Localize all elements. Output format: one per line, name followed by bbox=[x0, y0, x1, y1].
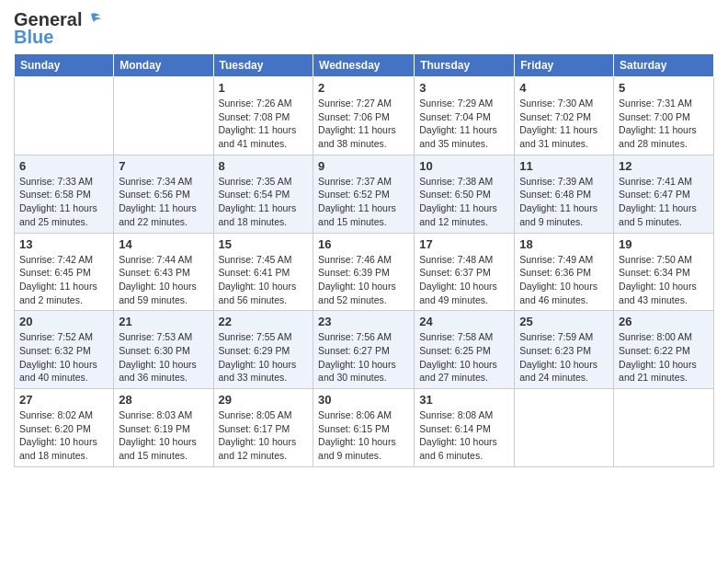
day-info: Sunrise: 7:34 AMSunset: 6:56 PMDaylight:… bbox=[119, 175, 208, 229]
calendar-cell: 3Sunrise: 7:29 AMSunset: 7:04 PMDaylight… bbox=[415, 77, 515, 155]
calendar-cell: 17Sunrise: 7:48 AMSunset: 6:37 PMDayligh… bbox=[415, 233, 515, 311]
day-number: 8 bbox=[219, 159, 309, 173]
calendar-week-row: 6Sunrise: 7:33 AMSunset: 6:58 PMDaylight… bbox=[15, 155, 714, 233]
day-info: Sunrise: 7:45 AMSunset: 6:41 PMDaylight:… bbox=[219, 253, 309, 307]
day-info: Sunrise: 7:30 AMSunset: 7:02 PMDaylight:… bbox=[519, 97, 609, 151]
calendar-cell: 28Sunrise: 8:03 AMSunset: 6:19 PMDayligh… bbox=[114, 389, 213, 467]
day-number: 17 bbox=[419, 237, 509, 251]
day-number: 13 bbox=[19, 237, 108, 251]
calendar-cell: 4Sunrise: 7:30 AMSunset: 7:02 PMDaylight… bbox=[515, 77, 614, 155]
calendar-cell: 8Sunrise: 7:35 AMSunset: 6:54 PMDaylight… bbox=[213, 155, 313, 233]
day-info: Sunrise: 8:05 AMSunset: 6:17 PMDaylight:… bbox=[219, 408, 309, 463]
calendar-table: SundayMondayTuesdayWednesdayThursdayFrid… bbox=[14, 53, 714, 467]
calendar-cell: 6Sunrise: 7:33 AMSunset: 6:58 PMDaylight… bbox=[15, 155, 114, 233]
logo-bird-icon bbox=[84, 10, 104, 30]
calendar-cell: 26Sunrise: 8:00 AMSunset: 6:22 PMDayligh… bbox=[614, 311, 714, 389]
day-number: 24 bbox=[419, 315, 509, 328]
calendar-cell: 2Sunrise: 7:27 AMSunset: 7:06 PMDaylight… bbox=[313, 77, 415, 155]
weekday-header-saturday: Saturday bbox=[614, 54, 714, 77]
calendar-cell: 22Sunrise: 7:55 AMSunset: 6:29 PMDayligh… bbox=[213, 311, 313, 389]
day-number: 28 bbox=[119, 393, 208, 407]
day-info: Sunrise: 7:59 AMSunset: 6:23 PMDaylight:… bbox=[519, 330, 609, 385]
calendar-cell: 5Sunrise: 7:31 AMSunset: 7:00 PMDaylight… bbox=[614, 77, 714, 155]
header: General Blue bbox=[14, 9, 714, 48]
day-number: 26 bbox=[619, 315, 709, 328]
day-info: Sunrise: 7:35 AMSunset: 6:54 PMDaylight:… bbox=[219, 175, 309, 229]
calendar-cell: 29Sunrise: 8:05 AMSunset: 6:17 PMDayligh… bbox=[213, 389, 313, 467]
day-number: 3 bbox=[419, 81, 509, 95]
calendar-cell: 30Sunrise: 8:06 AMSunset: 6:15 PMDayligh… bbox=[313, 389, 415, 467]
calendar-cell: 15Sunrise: 7:45 AMSunset: 6:41 PMDayligh… bbox=[213, 233, 313, 311]
calendar-cell: 31Sunrise: 8:08 AMSunset: 6:14 PMDayligh… bbox=[415, 389, 515, 467]
calendar-cell: 18Sunrise: 7:49 AMSunset: 6:36 PMDayligh… bbox=[515, 233, 614, 311]
day-number: 1 bbox=[219, 81, 309, 95]
day-info: Sunrise: 7:29 AMSunset: 7:04 PMDaylight:… bbox=[419, 97, 509, 151]
calendar-week-row: 13Sunrise: 7:42 AMSunset: 6:45 PMDayligh… bbox=[15, 233, 714, 311]
day-info: Sunrise: 7:27 AMSunset: 7:06 PMDaylight:… bbox=[318, 97, 409, 151]
logo: General Blue bbox=[14, 9, 104, 48]
day-number: 5 bbox=[619, 81, 709, 95]
day-info: Sunrise: 7:50 AMSunset: 6:34 PMDaylight:… bbox=[619, 253, 709, 307]
calendar-cell: 20Sunrise: 7:52 AMSunset: 6:32 PMDayligh… bbox=[15, 311, 114, 389]
calendar-cell: 1Sunrise: 7:26 AMSunset: 7:08 PMDaylight… bbox=[213, 77, 313, 155]
calendar-cell: 19Sunrise: 7:50 AMSunset: 6:34 PMDayligh… bbox=[614, 233, 714, 311]
day-info: Sunrise: 7:56 AMSunset: 6:27 PMDaylight:… bbox=[318, 330, 409, 385]
calendar-cell bbox=[15, 77, 114, 155]
weekday-header-friday: Friday bbox=[515, 54, 614, 77]
calendar-cell: 9Sunrise: 7:37 AMSunset: 6:52 PMDaylight… bbox=[313, 155, 415, 233]
day-number: 23 bbox=[318, 315, 409, 328]
day-number: 22 bbox=[219, 315, 309, 328]
logo-blue: Blue bbox=[14, 27, 53, 48]
calendar-cell: 16Sunrise: 7:46 AMSunset: 6:39 PMDayligh… bbox=[313, 233, 415, 311]
day-number: 21 bbox=[119, 315, 208, 328]
calendar-week-row: 20Sunrise: 7:52 AMSunset: 6:32 PMDayligh… bbox=[15, 311, 714, 389]
weekday-header-thursday: Thursday bbox=[415, 54, 515, 77]
calendar-cell: 25Sunrise: 7:59 AMSunset: 6:23 PMDayligh… bbox=[515, 311, 614, 389]
weekday-header-tuesday: Tuesday bbox=[213, 54, 313, 77]
day-info: Sunrise: 7:31 AMSunset: 7:00 PMDaylight:… bbox=[619, 97, 709, 151]
day-info: Sunrise: 7:46 AMSunset: 6:39 PMDaylight:… bbox=[318, 253, 409, 307]
day-number: 27 bbox=[19, 393, 108, 407]
day-info: Sunrise: 7:58 AMSunset: 6:25 PMDaylight:… bbox=[419, 330, 509, 385]
day-number: 7 bbox=[119, 159, 208, 173]
day-number: 18 bbox=[519, 237, 609, 251]
weekday-header-row: SundayMondayTuesdayWednesdayThursdayFrid… bbox=[15, 54, 714, 77]
calendar-cell bbox=[515, 389, 614, 467]
day-info: Sunrise: 7:52 AMSunset: 6:32 PMDaylight:… bbox=[19, 330, 108, 385]
calendar-cell: 21Sunrise: 7:53 AMSunset: 6:30 PMDayligh… bbox=[114, 311, 213, 389]
day-number: 4 bbox=[519, 81, 609, 95]
calendar-cell: 27Sunrise: 8:02 AMSunset: 6:20 PMDayligh… bbox=[15, 389, 114, 467]
day-number: 19 bbox=[619, 237, 709, 251]
calendar-week-row: 27Sunrise: 8:02 AMSunset: 6:20 PMDayligh… bbox=[15, 389, 714, 467]
calendar-cell: 23Sunrise: 7:56 AMSunset: 6:27 PMDayligh… bbox=[313, 311, 415, 389]
calendar-cell: 10Sunrise: 7:38 AMSunset: 6:50 PMDayligh… bbox=[415, 155, 515, 233]
day-info: Sunrise: 7:26 AMSunset: 7:08 PMDaylight:… bbox=[219, 97, 309, 151]
day-number: 29 bbox=[219, 393, 309, 407]
weekday-header-monday: Monday bbox=[114, 54, 213, 77]
calendar-cell bbox=[114, 77, 213, 155]
day-info: Sunrise: 8:00 AMSunset: 6:22 PMDaylight:… bbox=[619, 330, 709, 385]
calendar-cell: 24Sunrise: 7:58 AMSunset: 6:25 PMDayligh… bbox=[415, 311, 515, 389]
day-info: Sunrise: 7:37 AMSunset: 6:52 PMDaylight:… bbox=[318, 175, 409, 229]
day-info: Sunrise: 7:41 AMSunset: 6:47 PMDaylight:… bbox=[619, 175, 709, 229]
day-info: Sunrise: 7:48 AMSunset: 6:37 PMDaylight:… bbox=[419, 253, 509, 307]
day-info: Sunrise: 8:08 AMSunset: 6:14 PMDaylight:… bbox=[419, 408, 509, 463]
day-info: Sunrise: 7:55 AMSunset: 6:29 PMDaylight:… bbox=[219, 330, 309, 385]
day-number: 30 bbox=[318, 393, 409, 407]
calendar-cell bbox=[614, 389, 714, 467]
weekday-header-wednesday: Wednesday bbox=[313, 54, 415, 77]
day-info: Sunrise: 7:39 AMSunset: 6:48 PMDaylight:… bbox=[519, 175, 609, 229]
day-info: Sunrise: 7:49 AMSunset: 6:36 PMDaylight:… bbox=[519, 253, 609, 307]
day-info: Sunrise: 8:02 AMSunset: 6:20 PMDaylight:… bbox=[19, 408, 108, 463]
day-number: 15 bbox=[219, 237, 309, 251]
day-number: 6 bbox=[19, 159, 108, 173]
day-info: Sunrise: 7:33 AMSunset: 6:58 PMDaylight:… bbox=[19, 175, 108, 229]
day-number: 2 bbox=[318, 81, 409, 95]
day-info: Sunrise: 8:06 AMSunset: 6:15 PMDaylight:… bbox=[318, 408, 409, 463]
calendar-cell: 14Sunrise: 7:44 AMSunset: 6:43 PMDayligh… bbox=[114, 233, 213, 311]
day-info: Sunrise: 8:03 AMSunset: 6:19 PMDaylight:… bbox=[119, 408, 208, 463]
calendar-cell: 7Sunrise: 7:34 AMSunset: 6:56 PMDaylight… bbox=[114, 155, 213, 233]
day-number: 25 bbox=[519, 315, 609, 328]
weekday-header-sunday: Sunday bbox=[15, 54, 114, 77]
day-number: 10 bbox=[419, 159, 509, 173]
